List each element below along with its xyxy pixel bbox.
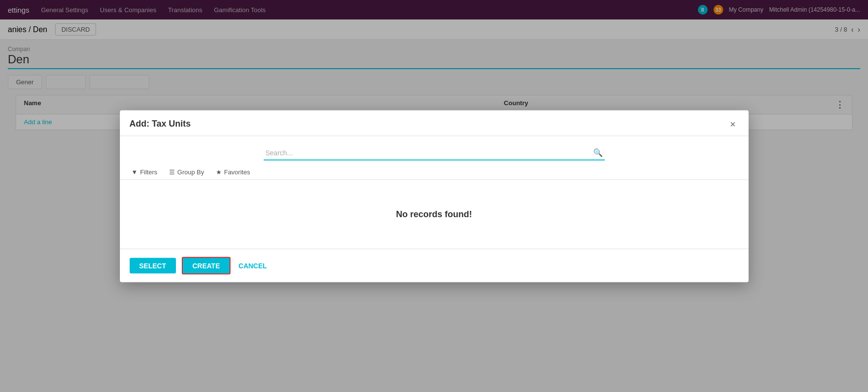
groupby-icon: ☰ [169,168,175,175]
filter-funnel-icon: ▼ [132,168,138,175]
modal-search-area: 🔍 [120,136,749,164]
modal-body: No records found! [120,180,749,248]
no-records-text: No records found! [396,209,472,219]
cancel-button[interactable]: CANCEL [236,258,269,273]
filters-label[interactable]: Filters [140,168,157,175]
modal-header: Add: Tax Units × [120,110,749,136]
groupby-label[interactable]: Group By [177,168,204,175]
modal-footer: SELECT CREATE CANCEL [120,248,749,282]
groupby-dropdown[interactable]: ☰ Group By [169,168,204,175]
filter-bar: ▼ Filters ☰ Group By ★ Favorites [120,164,749,179]
filters-dropdown[interactable]: ▼ Filters [132,168,157,175]
modal-close-button[interactable]: × [727,118,739,130]
search-input[interactable] [264,146,605,159]
add-tax-units-modal: Add: Tax Units × 🔍 ▼ Filters ☰ Group By … [120,110,749,282]
search-wrapper: 🔍 [264,146,605,160]
star-icon: ★ [216,168,222,175]
favorites-dropdown[interactable]: ★ Favorites [216,168,250,175]
search-button[interactable]: 🔍 [593,148,603,157]
search-icon: 🔍 [593,149,603,157]
select-button[interactable]: SELECT [130,258,176,273]
modal-title: Add: Tax Units [130,119,191,129]
favorites-label[interactable]: Favorites [224,168,250,175]
create-button[interactable]: CREATE [182,257,231,274]
